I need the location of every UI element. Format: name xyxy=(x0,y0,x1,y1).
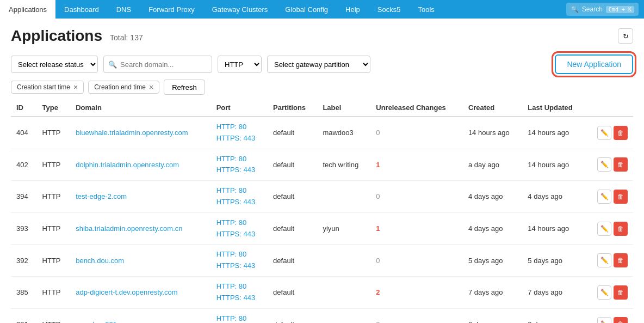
search-domain-input[interactable] xyxy=(120,60,196,69)
cell-type: HTTP xyxy=(37,245,71,277)
cell-last-updated: 14 hours ago xyxy=(522,149,586,181)
cell-domain: bench.dou.com xyxy=(70,245,210,277)
edit-button[interactable]: ✏️ xyxy=(597,190,611,204)
table-row: 394 HTTP test-edge-2.com HTTP: 80 HTTPS:… xyxy=(11,181,633,213)
cell-created: 14 hours ago xyxy=(463,117,522,149)
cell-unreleased: 0 xyxy=(370,245,463,277)
domain-link[interactable]: bench.dou.com xyxy=(76,257,124,265)
cell-port: HTTP: 80 HTTPS: 443 xyxy=(211,117,268,149)
cell-created: 7 days ago xyxy=(463,276,522,308)
col-header-domain: Domain xyxy=(70,99,210,117)
cell-unreleased: 0 xyxy=(370,117,463,149)
filter-tag-start-close[interactable]: × xyxy=(73,83,78,91)
page-title: Applications xyxy=(11,27,102,45)
delete-button[interactable]: 🗑 xyxy=(614,157,628,172)
cell-unreleased: 0 xyxy=(370,308,463,323)
delete-button[interactable]: 🗑 xyxy=(614,222,628,236)
filter-tag-creation-start: Creation start time × xyxy=(11,81,84,94)
domain-link[interactable]: shiba.trialadmin.openresty.com.cn xyxy=(76,224,182,233)
search-domain-field[interactable]: 🔍 xyxy=(103,56,212,73)
port-http-link[interactable]: HTTP: 80 xyxy=(216,185,262,197)
refresh-icon-button[interactable]: ↻ xyxy=(618,28,633,44)
gateway-partition-select[interactable]: Select gateway partition xyxy=(267,56,370,73)
refresh-button[interactable]: Refresh xyxy=(164,80,205,95)
nav-item-dashboard[interactable]: Dashboard xyxy=(55,0,108,19)
nav-item-gateway-clusters[interactable]: Gateway Clusters xyxy=(203,0,277,19)
delete-button[interactable]: 🗑 xyxy=(614,253,628,267)
delete-icon: 🗑 xyxy=(617,289,624,296)
cell-actions: ✏️ 🗑 xyxy=(586,117,633,149)
applications-table-wrap: ID Type Domain Port Partitions Label Unr… xyxy=(0,99,644,323)
delete-button[interactable]: 🗑 xyxy=(614,190,628,204)
col-header-unreleased: Unreleased Changes xyxy=(370,99,463,117)
edit-button[interactable]: ✏️ xyxy=(597,285,611,300)
edit-button[interactable]: ✏️ xyxy=(597,126,611,140)
cell-actions: ✏️ 🗑 xyxy=(586,212,633,245)
domain-link[interactable]: test-edge-2.com xyxy=(76,192,127,200)
delete-icon: 🗑 xyxy=(617,193,624,200)
domain-link[interactable]: adp-digicert-t.dev.openresty.com xyxy=(76,288,177,296)
delete-icon: 🗑 xyxy=(617,129,624,137)
delete-button[interactable]: 🗑 xyxy=(614,126,628,140)
cell-actions: ✏️ 🗑 xyxy=(586,149,633,181)
delete-button[interactable]: 🗑 xyxy=(614,317,628,323)
port-http-link[interactable]: HTTP: 80 xyxy=(216,121,262,133)
cell-label xyxy=(317,245,370,277)
edit-button[interactable]: ✏️ xyxy=(597,157,611,172)
cell-unreleased: 1 xyxy=(370,149,463,181)
port-https-link[interactable]: HTTPS: 443 xyxy=(216,133,262,144)
domain-link[interactable]: www.levy001.com xyxy=(76,320,132,323)
nav-item-applications[interactable]: Applications xyxy=(0,0,55,19)
cell-port: HTTP: 80 HTTPS: 443 xyxy=(211,245,268,277)
cell-domain: test-edge-2.com xyxy=(70,181,210,213)
search-icon: 🔍 xyxy=(571,5,579,13)
filter-tag-end-close[interactable]: × xyxy=(149,83,153,91)
new-application-button[interactable]: New Application xyxy=(555,54,633,74)
port-https-link[interactable]: HTTPS: 443 xyxy=(216,292,262,304)
col-header-actions xyxy=(586,99,633,117)
port-http-link[interactable]: HTTP: 80 xyxy=(216,281,262,292)
release-status-select[interactable]: Select release status xyxy=(11,56,98,73)
nav-bar: Applications Dashboard DNS Forward Proxy… xyxy=(0,0,644,19)
edit-icon: ✏️ xyxy=(600,161,609,168)
cell-last-updated: 14 hours ago xyxy=(522,212,586,245)
cell-domain: shiba.trialadmin.openresty.com.cn xyxy=(70,212,210,245)
nav-item-global-config[interactable]: Global Config xyxy=(276,0,337,19)
edit-button[interactable]: ✏️ xyxy=(597,253,611,267)
port-http-link[interactable]: HTTP: 80 xyxy=(216,249,262,260)
port-https-link[interactable]: HTTPS: 443 xyxy=(216,197,262,208)
cell-actions: ✏️ 🗑 xyxy=(586,276,633,308)
nav-item-help[interactable]: Help xyxy=(337,0,369,19)
nav-item-dns[interactable]: DNS xyxy=(108,0,140,19)
nav-search[interactable]: 🔍 Search Cmd + K xyxy=(566,3,639,16)
col-header-created: Created xyxy=(463,99,522,117)
edit-button[interactable]: ✏️ xyxy=(597,317,611,323)
filter-tags-row: Creation start time × Creation end time … xyxy=(0,77,644,99)
cell-id: 385 xyxy=(11,276,37,308)
domain-link[interactable]: dolphin.trialadmin.openresty.com xyxy=(76,161,179,169)
port-https-link[interactable]: HTTPS: 443 xyxy=(216,164,262,176)
nav-item-socks5[interactable]: Socks5 xyxy=(369,0,410,19)
port-https-link[interactable]: HTTPS: 443 xyxy=(216,260,262,272)
port-https-link[interactable]: HTTPS: 443 xyxy=(216,229,262,240)
edit-icon: ✏️ xyxy=(600,289,609,296)
port-http-link[interactable]: HTTP: 80 xyxy=(216,154,262,165)
nav-item-tools[interactable]: Tools xyxy=(409,0,443,19)
delete-button[interactable]: 🗑 xyxy=(614,285,628,300)
edit-icon: ✏️ xyxy=(600,193,609,200)
cell-port: HTTP: 80 HTTPS: 443 xyxy=(211,308,268,323)
cell-port: HTTP: 80 HTTPS: 443 xyxy=(211,149,268,181)
nav-search-shortcut: Cmd + K xyxy=(606,6,634,13)
protocol-select[interactable]: HTTP HTTPS xyxy=(218,56,262,73)
cell-partitions: default xyxy=(268,245,317,277)
nav-item-forward-proxy[interactable]: Forward Proxy xyxy=(140,0,203,19)
cell-last-updated: 5 days ago xyxy=(522,245,586,277)
edit-button[interactable]: ✏️ xyxy=(597,222,611,236)
edit-icon: ✏️ xyxy=(600,129,609,137)
port-http-link[interactable]: HTTP: 80 xyxy=(216,217,262,229)
table-row: 381 HTTP www.levy001.com HTTP: 80 HTTPS:… xyxy=(11,308,633,323)
port-http-link[interactable]: HTTP: 80 xyxy=(216,313,262,323)
cell-created: 4 days ago xyxy=(463,212,522,245)
cell-created: 4 days ago xyxy=(463,181,522,213)
domain-link[interactable]: bluewhale.trialadmin.openresty.com xyxy=(76,129,188,137)
